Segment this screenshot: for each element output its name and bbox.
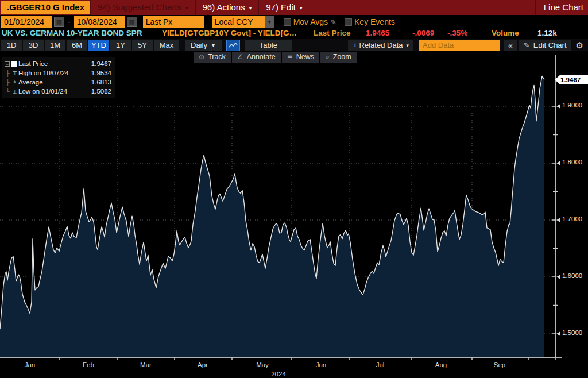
security-row: UK VS. GERMAN 10-YEAR BOND SPR YIELD[GTG…	[0, 29, 588, 39]
currency-value: Local CCY	[212, 16, 265, 28]
legend-row[interactable]: └⊥Low on 01/01/241.5082	[5, 87, 111, 96]
collapse-button[interactable]: «	[504, 40, 517, 51]
tab-1m[interactable]: 1M	[45, 40, 65, 51]
legend-item-value: 1.9467	[91, 60, 111, 67]
chart-type-label: Line Chart	[535, 0, 588, 15]
chevron-down-icon: ▼	[211, 40, 216, 51]
zoom-button[interactable]: ⌕ Zoom	[320, 52, 357, 63]
legend-collapse-icon[interactable]: –	[5, 61, 10, 67]
key-events-label: Key Events	[354, 17, 395, 26]
chart-legend: –Last Price1.9467├⊤High on 10/07/241.953…	[2, 57, 115, 98]
menu-edit[interactable]: 97) Edit ▾	[258, 0, 309, 15]
x-axis-month-label: Jun	[316, 361, 327, 368]
news-label: News	[296, 52, 314, 63]
tab-max[interactable]: Max	[154, 40, 179, 51]
chevron-down-icon[interactable]: ▼	[265, 16, 274, 28]
x-axis-month-label: Aug	[435, 361, 447, 368]
add-data-input[interactable]: Add Data	[419, 40, 500, 51]
pencil-icon[interactable]: ✎	[330, 18, 336, 26]
legend-item-label: Average	[18, 79, 91, 86]
annotate-button[interactable]: ∠ Annotate	[232, 52, 281, 63]
price-change-percent: -.35%	[447, 29, 467, 37]
y-axis-tick-label: 1.9000	[562, 102, 588, 109]
legend-row[interactable]: ├⊤High on 10/07/241.9534	[5, 68, 111, 78]
x-axis-month-label: Sep	[494, 361, 505, 368]
legend-tree-line: └	[5, 88, 11, 95]
related-data-button[interactable]: + Related Data ▾	[348, 40, 413, 51]
chevron-down-icon: ▾	[300, 1, 303, 16]
track-label: Track	[208, 52, 226, 63]
price-chart-plot[interactable]	[0, 51, 588, 378]
security-title: UK VS. GERMAN 10-YEAR BOND SPR	[2, 29, 142, 37]
edit-chart-button[interactable]: ✎ Edit Chart	[519, 40, 571, 51]
series-color-swatch	[11, 61, 17, 67]
high-marker-icon: ⊤	[11, 70, 18, 76]
line-chart-icon-button[interactable]	[226, 40, 240, 51]
last-price-tag: 1.9467	[555, 75, 588, 84]
tab-1y[interactable]: 1Y	[110, 40, 131, 51]
tab-6m[interactable]: 6M	[67, 40, 87, 51]
average-marker-icon: ⌖	[11, 79, 18, 86]
chevron-down-icon: ▾	[407, 40, 409, 51]
legend-item-label: Last Price	[18, 60, 91, 67]
menu-suggested-charts-label: 94) Suggested Charts	[98, 0, 181, 15]
menu-suggested-charts[interactable]: 94) Suggested Charts ▾	[90, 0, 195, 15]
chevron-down-icon: ▾	[249, 1, 252, 16]
low-marker-icon: ⊥	[11, 88, 18, 95]
controls-row: 01/01/2024 ▦ - 10/08/2024 ▦ Last Px Loca…	[0, 15, 588, 29]
line-chart-icon	[229, 42, 238, 49]
y-axis-tick-label: 1.5000	[562, 329, 588, 336]
annotate-label: Annotate	[247, 52, 276, 63]
volume-value: 1.12k	[537, 29, 557, 37]
magnifier-icon: ⌕	[326, 52, 330, 63]
currency-select[interactable]: Local CCY ▼	[212, 16, 274, 28]
top-menu-bar: .GBGER10 G Index 94) Suggested Charts ▾ …	[0, 0, 588, 15]
price-field-input[interactable]: Last Px	[143, 16, 204, 28]
mov-avgs-checkbox[interactable]	[284, 18, 291, 26]
legend-item-value: 1.5082	[91, 88, 111, 95]
gear-icon[interactable]: ⚙	[572, 40, 587, 51]
news-icon: ≣	[287, 52, 293, 63]
zoom-label: Zoom	[333, 52, 351, 63]
date-to-input[interactable]: 10/08/2024	[74, 16, 125, 28]
legend-row[interactable]: ├⌖Average1.6813	[5, 78, 111, 87]
legend-tree-line: ├	[5, 79, 11, 86]
related-data-label: + Related Data	[353, 40, 403, 51]
last-price-label: Last Price	[314, 29, 351, 37]
chevron-down-icon: ▾	[185, 1, 188, 16]
x-axis-month-label: Jan	[25, 361, 36, 368]
legend-tree-line: ├	[5, 70, 11, 76]
tab-strip: 1D 3D 1M 6M YTD 1Y 5Y Max Daily ▼ Table …	[0, 39, 588, 52]
volume-label: Volume	[492, 29, 519, 37]
chart-area[interactable]: ⊕ Track ∠ Annotate ≣ News ⌕ Zoom –Last P…	[0, 51, 588, 378]
tab-1d[interactable]: 1D	[1, 40, 22, 51]
x-axis-month-label: Feb	[83, 361, 94, 368]
menu-edit-label: 97) Edit	[266, 0, 296, 15]
date-from-input[interactable]: 01/01/2024	[1, 16, 52, 28]
tab-ytd[interactable]: YTD	[88, 40, 109, 51]
period-dropdown[interactable]: Daily ▼	[185, 40, 222, 51]
key-events-checkbox[interactable]	[345, 18, 352, 26]
last-price-value: 1.9465	[366, 29, 389, 37]
date-range-dash: -	[67, 17, 72, 26]
legend-item-label: Low on 01/01/24	[18, 88, 91, 95]
calendar-icon[interactable]: ▦	[54, 17, 64, 27]
menu-actions[interactable]: 96) Actions ▾	[195, 0, 259, 15]
ticker-field[interactable]: .GBGER10 G Index	[1, 1, 90, 14]
tab-3d[interactable]: 3D	[23, 40, 44, 51]
security-formula: YIELD[GTGBP10Y Govt] - YIELD[G…	[162, 29, 297, 37]
legend-item-label: High on 10/07/24	[18, 70, 91, 76]
menu-actions-label: 96) Actions	[203, 0, 245, 15]
y-axis-tick-label: 1.7000	[562, 215, 588, 222]
track-button[interactable]: ⊕ Track	[194, 52, 231, 63]
mov-avgs-label: Mov Avgs	[293, 17, 328, 26]
legend-item-value: 1.9534	[91, 70, 111, 76]
price-change-value: -.0069	[412, 29, 434, 37]
track-icon: ⊕	[199, 52, 204, 63]
legend-row[interactable]: –Last Price1.9467	[5, 59, 111, 68]
news-button[interactable]: ≣ News	[282, 52, 319, 63]
legend-item-value: 1.6813	[91, 79, 111, 86]
tab-5y[interactable]: 5Y	[132, 40, 153, 51]
calendar-icon[interactable]: ▦	[127, 17, 137, 27]
table-button[interactable]: Table	[245, 40, 292, 51]
